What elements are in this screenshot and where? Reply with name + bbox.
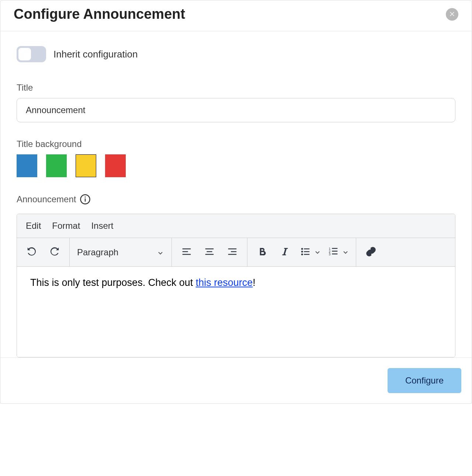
editor-text-before: This is only test purposes. Check out <box>30 277 196 288</box>
color-swatch-green[interactable] <box>46 154 67 177</box>
toolbar-group-history <box>17 238 70 266</box>
toolbar-group-text: 123 <box>247 238 356 266</box>
inherit-toggle-row: Inherit configuration <box>17 46 455 62</box>
editor-content[interactable]: This is only test purposes. Check out th… <box>17 267 455 357</box>
modal-footer: Configure <box>0 357 472 403</box>
modal-title: Configure Announcement <box>14 6 185 22</box>
svg-rect-4 <box>304 248 309 249</box>
bold-icon <box>257 246 268 259</box>
svg-rect-12 <box>332 251 337 252</box>
modal-header: Configure Announcement <box>0 0 472 31</box>
format-select-label: Paragraph <box>77 247 118 258</box>
color-swatch-row <box>17 154 455 177</box>
link-icon <box>365 246 376 259</box>
chevron-down-icon <box>314 249 321 256</box>
svg-rect-6 <box>304 251 309 252</box>
format-select[interactable]: Paragraph <box>76 247 165 258</box>
align-right-icon <box>227 246 238 259</box>
configure-button[interactable]: Configure <box>388 368 461 393</box>
svg-point-5 <box>301 251 303 252</box>
bold-button[interactable] <box>254 244 270 260</box>
modal-body: Inherit configuration Title Title backgr… <box>0 31 472 357</box>
announcement-label-row: Announcement <box>17 194 455 205</box>
title-input[interactable] <box>17 98 455 122</box>
align-center-button[interactable] <box>201 244 218 260</box>
close-button[interactable] <box>446 8 458 21</box>
inherit-toggle-label: Inherit configuration <box>53 49 138 60</box>
toggle-knob <box>18 48 31 60</box>
svg-rect-14 <box>332 253 337 255</box>
color-swatch-yellow[interactable] <box>76 154 96 177</box>
info-icon[interactable] <box>80 194 91 205</box>
editor-text-after: ! <box>253 277 256 288</box>
svg-text:3: 3 <box>329 252 331 256</box>
undo-icon <box>26 246 37 259</box>
color-swatch-red[interactable] <box>105 154 126 177</box>
rich-text-editor: Edit Format Insert <box>17 214 455 357</box>
link-button[interactable] <box>363 244 379 260</box>
announcement-label: Announcement <box>17 194 76 204</box>
align-left-icon <box>181 246 192 259</box>
title-background-label: Title background <box>17 139 455 149</box>
bullet-list-button[interactable] <box>300 246 321 259</box>
title-field-label: Title <box>17 83 455 93</box>
editor-link[interactable]: this resource <box>196 277 253 288</box>
align-left-button[interactable] <box>178 244 195 260</box>
menu-insert[interactable]: Insert <box>91 221 113 231</box>
svg-point-3 <box>301 248 303 250</box>
toolbar-group-link <box>356 238 386 266</box>
editor-menubar: Edit Format Insert <box>17 214 455 238</box>
svg-point-2 <box>85 196 86 197</box>
chevron-down-icon <box>157 249 164 256</box>
svg-point-7 <box>301 253 303 255</box>
close-icon <box>449 10 455 18</box>
menu-format[interactable]: Format <box>52 221 80 231</box>
configure-announcement-modal: Configure Announcement Inherit configura… <box>0 0 472 404</box>
editor-toolbar: Paragraph <box>17 238 455 267</box>
menu-edit[interactable]: Edit <box>26 221 41 231</box>
bullet-list-icon <box>300 246 311 259</box>
numbered-list-button[interactable]: 123 <box>328 246 349 259</box>
align-right-button[interactable] <box>224 244 240 260</box>
toolbar-group-format: Paragraph <box>70 238 172 266</box>
numbered-list-icon: 123 <box>328 246 339 259</box>
color-swatch-blue[interactable] <box>17 154 37 177</box>
svg-rect-8 <box>304 254 309 255</box>
redo-icon <box>49 246 60 259</box>
align-center-icon <box>204 246 215 259</box>
italic-icon <box>280 246 291 259</box>
svg-rect-10 <box>332 248 337 249</box>
toolbar-group-align <box>172 238 247 266</box>
undo-button[interactable] <box>24 244 40 260</box>
redo-button[interactable] <box>46 244 63 260</box>
chevron-down-icon <box>342 249 349 256</box>
italic-button[interactable] <box>277 244 293 260</box>
inherit-toggle[interactable] <box>17 46 46 62</box>
